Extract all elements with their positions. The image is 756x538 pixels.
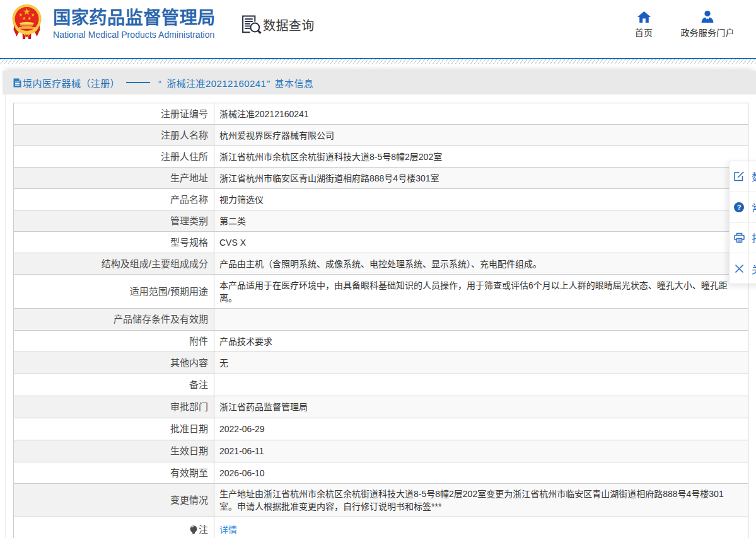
svg-text:?: ? bbox=[737, 203, 741, 211]
